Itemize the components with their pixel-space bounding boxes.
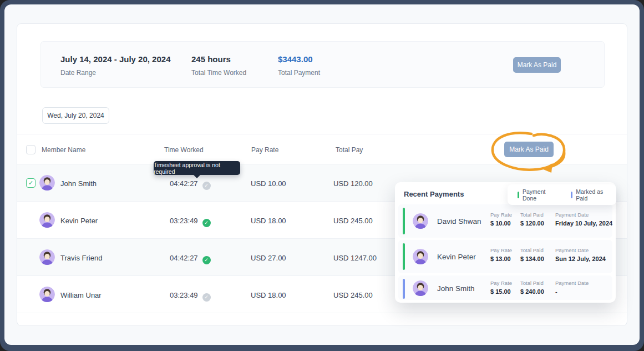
payment-row[interactable]: John Smith Pay Rate $ 15.00 Total Paid $…: [398, 275, 612, 300]
approval-pending-icon: ✓: [202, 293, 211, 302]
total-paid-label: Total Paid: [520, 247, 544, 253]
time-worked: 03:23:49✓: [170, 291, 211, 302]
approval-approved-icon: ✓: [202, 256, 211, 264]
payment-done-bar: [403, 243, 405, 270]
payment-date-label: Payment Date: [555, 247, 589, 253]
total-paid-label: Total Paid: [520, 212, 544, 218]
marked-as-paid-bar: [403, 279, 405, 299]
payment-date-value: -: [555, 288, 557, 295]
payee-name: David Shwan: [437, 217, 481, 225]
total-paid-label: Total Paid: [520, 280, 544, 286]
table-header: Member Name Time Worked Pay Rate Total P…: [17, 134, 627, 164]
legend-marked-as-paid: Marked as Paid: [571, 188, 616, 202]
payment-date-value: Friday 10 July, 2024: [555, 220, 612, 227]
pay-rate-value: $ 13.00: [490, 255, 511, 262]
legend-payment-done: Payment Done: [518, 188, 561, 202]
payment-row[interactable]: Kevin Peter Pay Rate $ 13.00 Total Paid …: [398, 240, 612, 273]
total-time-label: Total Time Worked: [191, 69, 246, 77]
approval-approved-icon: ✓: [202, 219, 211, 227]
pay-rate-value: $ 15.00: [490, 288, 511, 295]
date-range-value: July 14, 2024 - July 20, 2024: [60, 54, 170, 64]
avatar: [413, 280, 428, 296]
payment-done-bar: [403, 208, 405, 234]
pay-rate: USD 18.00: [251, 291, 286, 299]
time-worked: 03:23:49✓: [170, 217, 211, 227]
date-range-label: Date Range: [60, 69, 96, 77]
col-total-pay: Total Pay: [336, 146, 363, 154]
time-worked: 04:42:27✓: [170, 254, 211, 264]
total-paid-value: $ 120.00: [520, 220, 544, 227]
total-time-value: 245 hours: [191, 54, 231, 64]
select-all-checkbox[interactable]: [26, 145, 36, 154]
total-pay: USD 245.00: [333, 291, 373, 299]
total-paid-value: $ 134.00: [520, 255, 544, 262]
member-name: Kevin Peter: [60, 217, 98, 225]
total-pay: USD 245.00: [333, 217, 373, 225]
pay-rate: USD 10.00: [251, 179, 286, 188]
total-payment-value: $3443.00: [278, 54, 313, 64]
table-mark-as-paid-button[interactable]: Mark As Paid: [504, 142, 554, 157]
payee-name: John Smith: [437, 284, 475, 293]
payment-date-label: Payment Date: [555, 212, 589, 218]
col-time-worked: Time Worked: [164, 146, 204, 154]
row-checkbox-checked[interactable]: ✓: [26, 178, 36, 188]
payment-date-label: Payment Date: [555, 280, 589, 286]
avatar: [413, 249, 428, 264]
payee-name: Kevin Peter: [437, 253, 476, 261]
avatar: [39, 287, 55, 302]
time-worked: 04:42:27✓: [170, 179, 211, 190]
col-member-name: Member Name: [42, 146, 85, 154]
member-name: William Unar: [60, 291, 102, 299]
payment-date-value: Sun 12 July, 2024: [555, 255, 606, 262]
total-pay: USD 1247.00: [333, 254, 377, 262]
avatar: [39, 175, 55, 190]
member-name: Travis Friend: [60, 254, 102, 262]
member-name: John Smith: [60, 179, 97, 188]
app-window: July 14, 2024 - July 20, 2024 Date Range…: [0, 0, 644, 351]
total-paid-value: $ 240.00: [520, 288, 544, 295]
recent-payments-title: Recent Payments: [404, 190, 464, 198]
approval-tooltip: Timesheet approval is not required: [154, 161, 240, 175]
pay-rate-label: Pay Rate: [490, 247, 512, 253]
approval-pending-icon: ✓: [202, 182, 211, 190]
summary-mark-as-paid-button[interactable]: Mark As Paid: [513, 57, 561, 73]
pay-rate: USD 27.00: [251, 254, 286, 262]
summary-strip: July 14, 2024 - July 20, 2024 Date Range…: [40, 41, 605, 88]
total-payment-label: Total Payment: [278, 69, 320, 77]
date-filter-chip[interactable]: Wed, July 20, 2024: [42, 107, 109, 124]
total-pay: USD 120.00: [333, 179, 373, 188]
marked-as-paid-swatch: [571, 192, 572, 198]
pay-rate-label: Pay Rate: [490, 212, 512, 218]
payment-row[interactable]: David Shwan Pay Rate $ 10.00 Total Paid …: [398, 204, 612, 238]
avatar: [39, 249, 55, 265]
pay-rate-label: Pay Rate: [490, 280, 512, 286]
payment-done-swatch: [518, 192, 519, 198]
avatar: [413, 213, 428, 229]
payments-legend: Payment Done Marked as Paid: [508, 184, 616, 205]
avatar: [39, 212, 55, 228]
col-pay-rate: Pay Rate: [251, 146, 278, 154]
pay-rate: USD 18.00: [251, 217, 286, 225]
pay-rate-value: $ 10.00: [490, 220, 511, 227]
